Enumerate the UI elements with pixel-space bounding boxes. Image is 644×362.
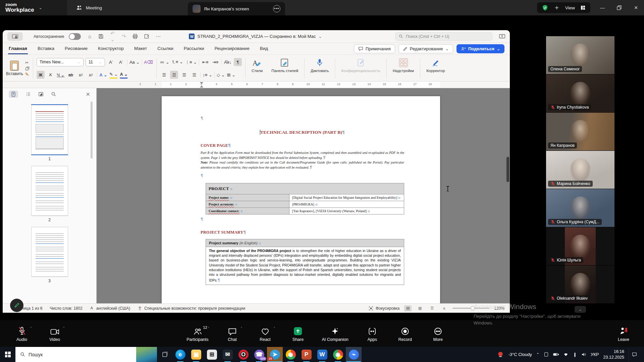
strikethrough-button[interactable]: ab bbox=[67, 71, 75, 79]
close-pane-icon[interactable]: ✕ bbox=[86, 91, 90, 98]
task-view-button[interactable] bbox=[157, 347, 172, 362]
share-window-icon[interactable] bbox=[499, 34, 505, 39]
start-button[interactable] bbox=[0, 347, 15, 362]
clear-formatting-button[interactable]: A⌫ bbox=[144, 58, 153, 66]
chevron-up-icon[interactable]: ˆ bbox=[274, 327, 275, 330]
grow-font-button[interactable]: Aˆ bbox=[107, 58, 115, 66]
ribbon-tab-Макет[interactable]: Макет bbox=[133, 44, 148, 54]
font-name-select[interactable]: Times New...⌄ bbox=[37, 58, 84, 66]
headings-list-icon[interactable] bbox=[25, 92, 31, 97]
subscript-button[interactable]: x2 bbox=[77, 71, 85, 79]
more-commands-icon[interactable]: ⋯ bbox=[154, 34, 162, 40]
page-thumbnail-2[interactable] bbox=[31, 166, 68, 216]
zoom-workplace-menu[interactable]: zoom Workplace ⌄ bbox=[0, 0, 67, 15]
taskbar-app-browser-2[interactable]: ◉ bbox=[330, 347, 346, 362]
comments-button[interactable]: Примечания bbox=[354, 44, 395, 53]
presentation-mode-button[interactable] bbox=[7, 32, 23, 41]
participant-tile[interactable]: Ян Капранов bbox=[546, 113, 614, 150]
taskbar-app-powerpoint[interactable]: P bbox=[299, 347, 314, 362]
clock[interactable]: 16:16 23.12.2025 bbox=[603, 349, 624, 360]
status-wordcount[interactable]: Число слов: 1802 bbox=[50, 306, 82, 311]
dictate-button[interactable]: Диктовать bbox=[308, 57, 331, 80]
battery-icon[interactable] bbox=[553, 352, 559, 357]
align-left-button[interactable]: ☰ bbox=[160, 71, 168, 79]
cut-icon[interactable]: ✂ bbox=[25, 60, 30, 65]
align-center-button[interactable]: ☰ bbox=[170, 71, 178, 79]
redo-icon[interactable]: ↷ bbox=[120, 34, 128, 40]
font-color-button[interactable]: A ⌄ bbox=[120, 71, 128, 79]
ribbon-tab-Ссылки[interactable]: Ссылки bbox=[157, 44, 174, 54]
thumbnails-view-button[interactable] bbox=[9, 90, 18, 98]
tab-shared-screen[interactable]: Ян Капранов's screen ••• bbox=[188, 2, 285, 15]
more-button[interactable]: More bbox=[429, 325, 447, 342]
collapse-panel-button[interactable]: ⌄ bbox=[575, 306, 586, 313]
search-input[interactable]: Поиск (Cmd + Ctrl + U) bbox=[395, 32, 492, 41]
view-button[interactable]: View bbox=[565, 5, 575, 10]
line-spacing-button[interactable]: ↕≡ ⌄ bbox=[203, 71, 212, 79]
editing-mode-button[interactable]: Редактирование ⌄ bbox=[398, 44, 453, 53]
ai-companion-button[interactable]: AI Companion bbox=[322, 325, 348, 342]
editor-button[interactable]: Корректор bbox=[424, 57, 447, 80]
participant-tile[interactable]: Ольга Кудріна (СумД... bbox=[546, 189, 614, 227]
font-size-select[interactable]: 11⌄ bbox=[86, 58, 105, 66]
wifi-icon[interactable] bbox=[563, 352, 569, 357]
zoom-percent[interactable]: 120% bbox=[494, 306, 504, 311]
chevron-up-icon[interactable]: ˆ bbox=[63, 327, 64, 330]
share-button[interactable]: Share bbox=[289, 325, 307, 342]
apps-button[interactable]: Apps bbox=[363, 325, 381, 342]
chat-button[interactable]: ˆChat bbox=[223, 325, 241, 342]
leave-button[interactable]: Leave bbox=[614, 325, 633, 342]
copy-icon[interactable] bbox=[25, 66, 30, 71]
taskbar-app-word[interactable]: W bbox=[314, 347, 330, 362]
ribbon-tab-Рисование[interactable]: Рисование bbox=[64, 44, 88, 54]
ribbon-tab-Главная[interactable]: Главная bbox=[8, 44, 28, 54]
multilevel-list-button[interactable]: ⋮≡ ⌄ bbox=[185, 58, 197, 66]
status-page[interactable]: ница 1 из 6 bbox=[21, 306, 42, 311]
italic-button[interactable]: К bbox=[47, 71, 55, 79]
thumbnail-scrollbar[interactable] bbox=[91, 102, 93, 159]
taskbar-app-explorer[interactable]: ▣ bbox=[188, 347, 204, 362]
bold-button[interactable]: Ж bbox=[37, 71, 45, 79]
addins-button[interactable]: Надстройки bbox=[390, 57, 417, 80]
taskbar-app-chrome[interactable]: ◉ bbox=[283, 347, 299, 362]
taskbar-app-mail[interactable]: ✉ bbox=[220, 347, 235, 362]
print-icon[interactable] bbox=[131, 34, 139, 39]
home-icon[interactable]: ⌂ bbox=[86, 34, 94, 39]
status-accessibility[interactable]: Специальные возможности: проверьте реком… bbox=[138, 306, 245, 311]
tray-weather-label[interactable]: -3°C Cloudy bbox=[508, 352, 532, 357]
document-canvas[interactable]: ¶ TECHNICAL DESCRIPTION (PART B)¶ COVER … bbox=[97, 88, 510, 303]
react-button[interactable]: ˆReact bbox=[256, 325, 274, 342]
show-marks-button[interactable]: ¶ bbox=[234, 58, 242, 66]
indent-marker[interactable] bbox=[200, 82, 203, 87]
chevron-up-icon[interactable]: ˆ bbox=[208, 327, 209, 330]
page-thumbnail-3[interactable] bbox=[31, 227, 68, 277]
outline-view-button[interactable]: ☰ bbox=[428, 305, 436, 311]
reading-pane-icon[interactable] bbox=[38, 92, 44, 97]
styles-pane-button[interactable]: Панель стилей bbox=[269, 57, 301, 80]
taskbar-app-opera[interactable]: O bbox=[235, 347, 251, 362]
minimize-button[interactable]: — bbox=[599, 4, 606, 11]
zoom-slider[interactable] bbox=[452, 308, 489, 309]
participant-tile[interactable]: Iryna Chystiakova bbox=[546, 74, 614, 112]
tab-meeting[interactable]: Meeting bbox=[67, 0, 111, 15]
save-as-icon[interactable] bbox=[143, 34, 151, 39]
taskbar-app-edge[interactable]: e bbox=[172, 347, 188, 362]
volume-icon[interactable] bbox=[581, 352, 586, 357]
ribbon-tab-Рассылки[interactable]: Рассылки bbox=[183, 44, 205, 54]
bullets-button[interactable]: ≔ ⌄ bbox=[160, 58, 169, 66]
more-options-icon[interactable]: ••• bbox=[273, 5, 280, 12]
share-document-button[interactable]: Поделиться ⌄ bbox=[457, 44, 504, 53]
action-center-button[interactable] bbox=[629, 347, 640, 362]
taskbar-app-viber[interactable]: ☎999 bbox=[251, 347, 267, 362]
styles-button[interactable]: A Стили bbox=[249, 57, 265, 80]
taskbar-search-input[interactable]: Пошук bbox=[15, 347, 136, 362]
text-effects-button[interactable]: A ⌄ bbox=[99, 71, 107, 79]
increase-indent-button[interactable]: ⇥≡ bbox=[211, 58, 219, 66]
shading-button[interactable]: ◇ ⌄ bbox=[217, 71, 225, 79]
status-language[interactable]: английский (США) bbox=[90, 306, 130, 311]
justify-button[interactable]: ☰ bbox=[190, 71, 198, 79]
news-weather-widget[interactable] bbox=[136, 347, 157, 362]
audio-button[interactable]: ˆAudio bbox=[13, 325, 31, 342]
ribbon-tab-Вид[interactable]: Вид bbox=[259, 44, 269, 54]
underline-button[interactable]: Ч ⌄ bbox=[57, 71, 65, 79]
